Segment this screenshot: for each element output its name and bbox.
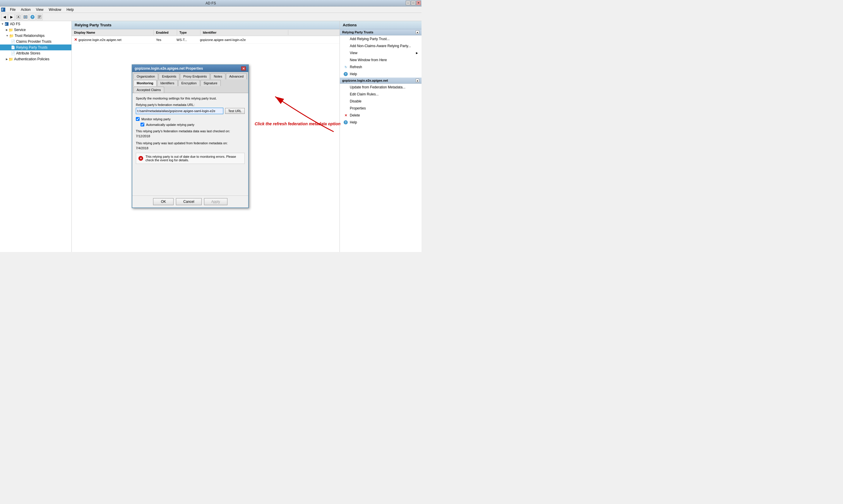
sidebar-item-adfs[interactable]: ▼ F AD FS: [0, 21, 71, 27]
show-hide-button[interactable]: [22, 14, 29, 20]
action-delete[interactable]: ✕ Delete: [340, 112, 422, 119]
up-button[interactable]: [15, 14, 22, 20]
action-properties[interactable]: Properties: [340, 105, 422, 112]
error-strip: ✕ This relying party is out of date due …: [136, 153, 245, 164]
sidebar-item-claims-provider[interactable]: 📄 Claims Provider Trusts: [0, 39, 71, 44]
col-header-enabled[interactable]: Enabled: [154, 30, 177, 35]
action-view[interactable]: View ▶: [340, 50, 422, 56]
view-arrow-icon: ▶: [416, 52, 418, 54]
action-add-relying-party[interactable]: Add Relying Party Trust...: [340, 35, 422, 42]
expand-arrow-trust[interactable]: ▼: [6, 34, 8, 37]
dialog-close-button[interactable]: ✕: [241, 67, 246, 71]
url-field-row: Test URL: [136, 108, 245, 114]
monitor-label: Monitor relying party: [141, 118, 171, 121]
test-url-button[interactable]: Test URL: [225, 108, 245, 114]
properties-button[interactable]: [36, 14, 43, 20]
monitor-checkbox[interactable]: [136, 117, 140, 121]
relying-party-label: Relying Party Trusts: [16, 46, 48, 50]
action-add-non-claims[interactable]: Add Non-Claims-Aware Relying Party...: [340, 42, 422, 50]
sidebar-item-attribute-stores[interactable]: 📄 Attribute Stores: [0, 50, 71, 56]
help-button[interactable]: ?: [29, 14, 36, 20]
svg-rect-7: [38, 16, 41, 16]
sidebar: ▼ F AD FS ▶ 📁 Service ▼ 📁 Trust Relation…: [0, 21, 72, 252]
forward-button[interactable]: ▶: [8, 14, 15, 20]
window-title: AD FS: [205, 1, 216, 5]
adfs-icon: F: [4, 22, 9, 26]
actions-section-gopi-label: gopizone.login.e2e.apigee.net: [342, 79, 388, 82]
action-help-rpt[interactable]: ? Help: [340, 71, 422, 77]
sidebar-item-service[interactable]: ▶ 📁 Service: [0, 27, 71, 33]
action-update-federation-label: Update from Federation Metadata...: [350, 85, 406, 89]
back-button[interactable]: ◀: [1, 14, 7, 20]
attribute-stores-label: Attribute Stores: [16, 51, 40, 55]
tab-organization[interactable]: Organization: [133, 73, 158, 79]
close-button[interactable]: ✕: [416, 1, 421, 5]
delete-icon: ✕: [343, 113, 348, 118]
folder-icon-service: 📁: [8, 28, 13, 32]
ok-button[interactable]: OK: [153, 198, 174, 205]
action-help-gopi[interactable]: ? Help: [340, 119, 422, 126]
service-label: Service: [14, 28, 26, 32]
menu-window[interactable]: Window: [47, 7, 64, 12]
list-header: Display Name Enabled Type Identifier: [72, 29, 340, 36]
action-new-window[interactable]: New Window from Here: [340, 56, 422, 64]
action-disable[interactable]: Disable: [340, 98, 422, 105]
col-header-type[interactable]: Type: [177, 30, 200, 35]
last-updated-date: 7/4/2018: [136, 146, 245, 151]
dialog-description: Specify the monitoring settings for this…: [136, 96, 245, 100]
tab-endpoints[interactable]: Endpoints: [159, 73, 179, 79]
expand-arrow-service[interactable]: ▶: [6, 29, 8, 31]
collapse-btn-gopi[interactable]: ▲: [416, 79, 419, 82]
add-relying-party-icon: [343, 37, 348, 41]
dialog-tabs: Organization Endpoints Proxy Endpoints N…: [132, 72, 248, 93]
svg-rect-9: [38, 18, 40, 18]
action-edit-claim-rules[interactable]: Edit Claim Rules...: [340, 91, 422, 98]
dialog-footer: OK Cancel Apply: [132, 196, 248, 208]
help-gopi-icon: ?: [343, 120, 348, 125]
error-icon: ✕: [139, 156, 143, 161]
auto-update-checkbox[interactable]: [141, 123, 144, 126]
tab-notes[interactable]: Notes: [211, 73, 226, 79]
apply-button[interactable]: Apply: [204, 198, 228, 205]
tab-proxy-endpoints[interactable]: Proxy Endpoints: [180, 73, 210, 79]
tab-encryption[interactable]: Encryption: [178, 80, 200, 86]
action-view-label: View: [350, 51, 357, 55]
cancel-button[interactable]: Cancel: [176, 198, 201, 205]
menu-file[interactable]: File: [7, 7, 18, 12]
sidebar-item-trust[interactable]: ▼ 📁 Trust Relationships: [0, 33, 71, 39]
tab-signature[interactable]: Signature: [200, 80, 221, 86]
url-input[interactable]: [136, 108, 223, 114]
menu-view[interactable]: View: [34, 7, 46, 12]
expand-arrow-adfs[interactable]: ▼: [1, 22, 4, 25]
sidebar-item-auth-policies[interactable]: ▶ 📁 Authentication Policies: [0, 56, 71, 62]
dialog-body: Specify the monitoring settings for this…: [132, 93, 248, 196]
disable-icon: [343, 99, 348, 104]
action-help-gopi-label: Help: [350, 120, 357, 124]
up-icon: [16, 15, 20, 19]
action-refresh[interactable]: ↻ Refresh: [340, 64, 422, 71]
col-header-display-name[interactable]: Display Name: [72, 30, 154, 35]
expand-arrow-auth[interactable]: ▶: [6, 58, 8, 60]
action-refresh-label: Refresh: [350, 65, 362, 69]
add-non-claims-icon: [343, 43, 348, 48]
tab-accepted-claims[interactable]: Accepted Claims: [133, 87, 164, 93]
action-properties-label: Properties: [350, 106, 366, 110]
action-help-rpt-label: Help: [350, 72, 357, 76]
minimize-button[interactable]: –: [406, 1, 410, 5]
menu-action[interactable]: Action: [18, 7, 33, 12]
maximize-button[interactable]: □: [411, 1, 416, 5]
svg-text:F: F: [2, 8, 3, 12]
tab-advanced[interactable]: Advanced: [226, 73, 247, 79]
last-checked-section: This relying party's federation metadata…: [136, 129, 245, 139]
row-warning-icon: ✕: [74, 37, 77, 42]
tab-monitoring[interactable]: Monitoring: [133, 80, 157, 86]
action-update-federation[interactable]: Update from Federation Metadata...: [340, 84, 422, 91]
col-header-identifier[interactable]: Identifier: [200, 30, 288, 35]
menu-help[interactable]: Help: [64, 7, 76, 12]
collapse-btn-rpt[interactable]: ▲: [416, 31, 419, 34]
tab-identifiers[interactable]: Identifiers: [157, 80, 178, 86]
dialog-title: gopizone.login.e2e.apigee.net Properties: [134, 67, 203, 71]
list-row-0[interactable]: ✕ gopizone.login.e2e.apigee.net Yes WS-T…: [72, 36, 340, 43]
actions-header: Actions: [340, 21, 422, 29]
sidebar-item-relying-party[interactable]: 📄 Relying Party Trusts: [0, 44, 71, 50]
